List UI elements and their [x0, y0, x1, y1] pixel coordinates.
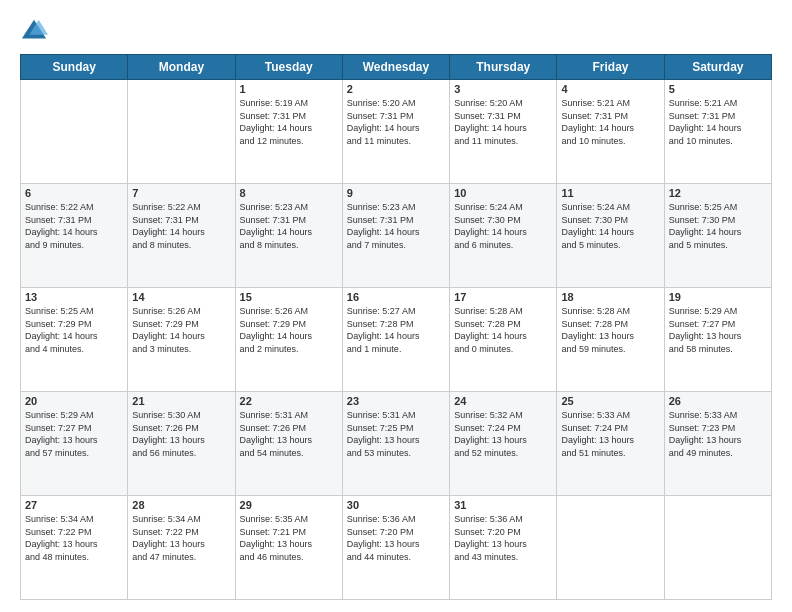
- day-number: 17: [454, 291, 552, 303]
- day-info: Sunrise: 5:36 AM Sunset: 7:20 PM Dayligh…: [347, 513, 445, 563]
- page: SundayMondayTuesdayWednesdayThursdayFrid…: [0, 0, 792, 612]
- day-number: 5: [669, 83, 767, 95]
- day-info: Sunrise: 5:26 AM Sunset: 7:29 PM Dayligh…: [132, 305, 230, 355]
- calendar-cell: 20Sunrise: 5:29 AM Sunset: 7:27 PM Dayli…: [21, 392, 128, 496]
- day-number: 19: [669, 291, 767, 303]
- day-number: 24: [454, 395, 552, 407]
- day-header-monday: Monday: [128, 55, 235, 80]
- day-number: 28: [132, 499, 230, 511]
- calendar-cell: [128, 80, 235, 184]
- day-info: Sunrise: 5:29 AM Sunset: 7:27 PM Dayligh…: [25, 409, 123, 459]
- day-info: Sunrise: 5:33 AM Sunset: 7:24 PM Dayligh…: [561, 409, 659, 459]
- calendar-cell: 24Sunrise: 5:32 AM Sunset: 7:24 PM Dayli…: [450, 392, 557, 496]
- day-number: 9: [347, 187, 445, 199]
- calendar-table: SundayMondayTuesdayWednesdayThursdayFrid…: [20, 54, 772, 600]
- day-number: 23: [347, 395, 445, 407]
- day-number: 13: [25, 291, 123, 303]
- calendar-cell: 23Sunrise: 5:31 AM Sunset: 7:25 PM Dayli…: [342, 392, 449, 496]
- day-number: 8: [240, 187, 338, 199]
- day-info: Sunrise: 5:20 AM Sunset: 7:31 PM Dayligh…: [454, 97, 552, 147]
- day-header-saturday: Saturday: [664, 55, 771, 80]
- day-info: Sunrise: 5:21 AM Sunset: 7:31 PM Dayligh…: [669, 97, 767, 147]
- day-info: Sunrise: 5:22 AM Sunset: 7:31 PM Dayligh…: [132, 201, 230, 251]
- day-info: Sunrise: 5:21 AM Sunset: 7:31 PM Dayligh…: [561, 97, 659, 147]
- day-number: 31: [454, 499, 552, 511]
- calendar-cell: [21, 80, 128, 184]
- day-info: Sunrise: 5:22 AM Sunset: 7:31 PM Dayligh…: [25, 201, 123, 251]
- header: [20, 16, 772, 44]
- day-info: Sunrise: 5:30 AM Sunset: 7:26 PM Dayligh…: [132, 409, 230, 459]
- day-number: 25: [561, 395, 659, 407]
- day-number: 29: [240, 499, 338, 511]
- calendar-cell: 5Sunrise: 5:21 AM Sunset: 7:31 PM Daylig…: [664, 80, 771, 184]
- day-info: Sunrise: 5:20 AM Sunset: 7:31 PM Dayligh…: [347, 97, 445, 147]
- calendar-cell: 12Sunrise: 5:25 AM Sunset: 7:30 PM Dayli…: [664, 184, 771, 288]
- calendar-week-2: 6Sunrise: 5:22 AM Sunset: 7:31 PM Daylig…: [21, 184, 772, 288]
- calendar-cell: 29Sunrise: 5:35 AM Sunset: 7:21 PM Dayli…: [235, 496, 342, 600]
- day-info: Sunrise: 5:26 AM Sunset: 7:29 PM Dayligh…: [240, 305, 338, 355]
- day-header-wednesday: Wednesday: [342, 55, 449, 80]
- day-info: Sunrise: 5:31 AM Sunset: 7:25 PM Dayligh…: [347, 409, 445, 459]
- day-header-friday: Friday: [557, 55, 664, 80]
- day-number: 3: [454, 83, 552, 95]
- calendar-cell: 6Sunrise: 5:22 AM Sunset: 7:31 PM Daylig…: [21, 184, 128, 288]
- logo-icon: [20, 16, 48, 44]
- day-number: 11: [561, 187, 659, 199]
- calendar-cell: 14Sunrise: 5:26 AM Sunset: 7:29 PM Dayli…: [128, 288, 235, 392]
- day-info: Sunrise: 5:31 AM Sunset: 7:26 PM Dayligh…: [240, 409, 338, 459]
- day-info: Sunrise: 5:25 AM Sunset: 7:29 PM Dayligh…: [25, 305, 123, 355]
- calendar-cell: 11Sunrise: 5:24 AM Sunset: 7:30 PM Dayli…: [557, 184, 664, 288]
- day-info: Sunrise: 5:28 AM Sunset: 7:28 PM Dayligh…: [561, 305, 659, 355]
- calendar-cell: [664, 496, 771, 600]
- day-number: 15: [240, 291, 338, 303]
- calendar-week-3: 13Sunrise: 5:25 AM Sunset: 7:29 PM Dayli…: [21, 288, 772, 392]
- day-info: Sunrise: 5:24 AM Sunset: 7:30 PM Dayligh…: [454, 201, 552, 251]
- day-info: Sunrise: 5:19 AM Sunset: 7:31 PM Dayligh…: [240, 97, 338, 147]
- day-info: Sunrise: 5:33 AM Sunset: 7:23 PM Dayligh…: [669, 409, 767, 459]
- calendar-cell: 17Sunrise: 5:28 AM Sunset: 7:28 PM Dayli…: [450, 288, 557, 392]
- day-number: 30: [347, 499, 445, 511]
- calendar-header-row: SundayMondayTuesdayWednesdayThursdayFrid…: [21, 55, 772, 80]
- calendar-cell: 10Sunrise: 5:24 AM Sunset: 7:30 PM Dayli…: [450, 184, 557, 288]
- day-number: 27: [25, 499, 123, 511]
- calendar-cell: 31Sunrise: 5:36 AM Sunset: 7:20 PM Dayli…: [450, 496, 557, 600]
- day-info: Sunrise: 5:34 AM Sunset: 7:22 PM Dayligh…: [25, 513, 123, 563]
- day-number: 16: [347, 291, 445, 303]
- day-info: Sunrise: 5:25 AM Sunset: 7:30 PM Dayligh…: [669, 201, 767, 251]
- calendar-cell: 18Sunrise: 5:28 AM Sunset: 7:28 PM Dayli…: [557, 288, 664, 392]
- day-info: Sunrise: 5:34 AM Sunset: 7:22 PM Dayligh…: [132, 513, 230, 563]
- day-number: 20: [25, 395, 123, 407]
- day-info: Sunrise: 5:29 AM Sunset: 7:27 PM Dayligh…: [669, 305, 767, 355]
- day-number: 21: [132, 395, 230, 407]
- day-info: Sunrise: 5:28 AM Sunset: 7:28 PM Dayligh…: [454, 305, 552, 355]
- calendar-cell: 1Sunrise: 5:19 AM Sunset: 7:31 PM Daylig…: [235, 80, 342, 184]
- calendar-cell: 3Sunrise: 5:20 AM Sunset: 7:31 PM Daylig…: [450, 80, 557, 184]
- day-header-tuesday: Tuesday: [235, 55, 342, 80]
- day-info: Sunrise: 5:23 AM Sunset: 7:31 PM Dayligh…: [240, 201, 338, 251]
- calendar-cell: 22Sunrise: 5:31 AM Sunset: 7:26 PM Dayli…: [235, 392, 342, 496]
- day-header-sunday: Sunday: [21, 55, 128, 80]
- day-number: 7: [132, 187, 230, 199]
- calendar-cell: 27Sunrise: 5:34 AM Sunset: 7:22 PM Dayli…: [21, 496, 128, 600]
- calendar-cell: 26Sunrise: 5:33 AM Sunset: 7:23 PM Dayli…: [664, 392, 771, 496]
- calendar-cell: 16Sunrise: 5:27 AM Sunset: 7:28 PM Dayli…: [342, 288, 449, 392]
- calendar-cell: 9Sunrise: 5:23 AM Sunset: 7:31 PM Daylig…: [342, 184, 449, 288]
- logo: [20, 16, 52, 44]
- day-info: Sunrise: 5:32 AM Sunset: 7:24 PM Dayligh…: [454, 409, 552, 459]
- calendar-cell: 19Sunrise: 5:29 AM Sunset: 7:27 PM Dayli…: [664, 288, 771, 392]
- calendar-cell: 2Sunrise: 5:20 AM Sunset: 7:31 PM Daylig…: [342, 80, 449, 184]
- calendar-cell: 8Sunrise: 5:23 AM Sunset: 7:31 PM Daylig…: [235, 184, 342, 288]
- calendar-cell: 15Sunrise: 5:26 AM Sunset: 7:29 PM Dayli…: [235, 288, 342, 392]
- calendar-cell: 30Sunrise: 5:36 AM Sunset: 7:20 PM Dayli…: [342, 496, 449, 600]
- day-header-thursday: Thursday: [450, 55, 557, 80]
- calendar-cell: 13Sunrise: 5:25 AM Sunset: 7:29 PM Dayli…: [21, 288, 128, 392]
- day-number: 14: [132, 291, 230, 303]
- day-number: 18: [561, 291, 659, 303]
- day-number: 12: [669, 187, 767, 199]
- day-number: 1: [240, 83, 338, 95]
- calendar-cell: 7Sunrise: 5:22 AM Sunset: 7:31 PM Daylig…: [128, 184, 235, 288]
- day-number: 26: [669, 395, 767, 407]
- day-info: Sunrise: 5:36 AM Sunset: 7:20 PM Dayligh…: [454, 513, 552, 563]
- calendar-week-5: 27Sunrise: 5:34 AM Sunset: 7:22 PM Dayli…: [21, 496, 772, 600]
- calendar-week-4: 20Sunrise: 5:29 AM Sunset: 7:27 PM Dayli…: [21, 392, 772, 496]
